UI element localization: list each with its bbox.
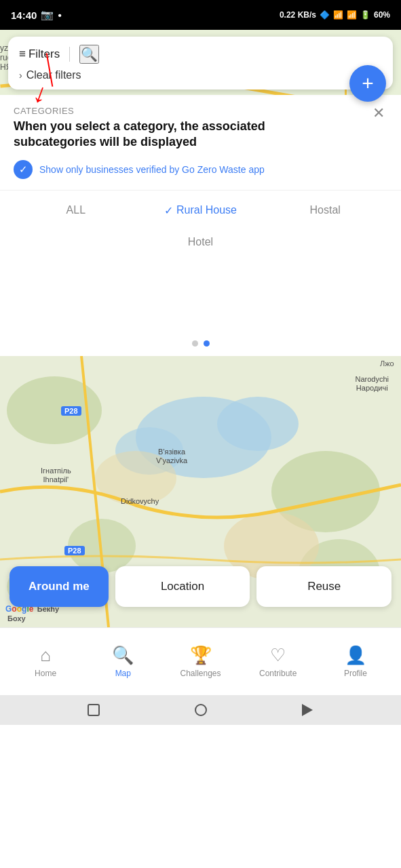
clear-filters-label: Clear filters [26, 69, 81, 81]
battery-icon: 🔋 [360, 10, 370, 20]
android-back-button[interactable] [294, 696, 321, 724]
category-hostal[interactable]: Hostal [263, 197, 387, 223]
reuse-button[interactable]: Reuse [256, 566, 392, 607]
svg-text:Лжо: Лжо [380, 359, 394, 368]
verified-text: Show only businesses verified by Go Zero… [39, 164, 265, 175]
category-hotel-label: Hotel [188, 236, 213, 248]
android-triangle-icon [302, 704, 313, 716]
google-logo: Google Бекhy Бохy [5, 604, 59, 623]
data-speed: 0.22 KB/s [280, 10, 316, 20]
map-bottom-buttons: Around me Location Reuse [0, 566, 401, 607]
status-time: 14:40 [11, 9, 37, 21]
map-area: Лжо NarodychiНародичі В'язівкаV'yazivka … [0, 356, 401, 627]
check-icon: ✓ [164, 204, 173, 217]
dot-1 [192, 340, 198, 347]
android-recents-button[interactable] [80, 696, 107, 724]
page-dots [0, 334, 401, 356]
category-rural-house-label: Rural House [176, 204, 237, 216]
android-nav-bar [0, 695, 401, 725]
status-bar-left: 14:40 📷 • [11, 9, 62, 21]
category-row-1: ALL ✓ Rural House Hostal [0, 190, 401, 228]
road-badge-p28-top: P28 [61, 406, 81, 416]
challenges-icon: 🏆 [190, 645, 212, 666]
bottom-nav: ⌂ Home 🔍 Map 🏆 Challenges ♡ Contribute 👤… [0, 627, 401, 695]
nav-item-challenges[interactable]: 🏆 Challenges [161, 639, 239, 684]
categories-label: CATEGORIES [14, 106, 339, 116]
filter-bar-top: ≡ Filters 🔍 [19, 45, 382, 64]
category-row-2: Hotel [0, 228, 401, 266]
signal-icon: 📶 [333, 10, 343, 20]
category-hostal-label: Hostal [310, 204, 341, 216]
close-button[interactable]: ✕ [370, 104, 387, 122]
category-rural-house[interactable]: ✓ Rural House [138, 197, 263, 224]
home-label: Home [35, 669, 56, 678]
verified-row[interactable]: ✓ Show only businesses verified by Go Ze… [0, 153, 401, 190]
contribute-label: Contribute [259, 669, 297, 678]
android-square-icon [88, 704, 100, 716]
panel-title: When you select a category, the associat… [14, 119, 339, 151]
nav-item-map[interactable]: 🔍 Map [84, 639, 161, 684]
status-bar-right: 0.22 KB/s 🔷 📶 📶 🔋 60% [280, 10, 390, 20]
around-me-button[interactable]: Around me [9, 566, 109, 607]
panel-header: CATEGORIES When you select a category, t… [0, 95, 401, 153]
filter-icon-group[interactable]: ≡ Filters [19, 47, 60, 61]
category-all[interactable]: ALL [14, 197, 138, 223]
filter-bar: ≡ Filters 🔍 › Clear filters [8, 37, 393, 90]
svg-point-2 [217, 397, 299, 451]
category-all-label: ALL [66, 204, 85, 216]
filter-divider [69, 47, 70, 62]
location-button[interactable]: Location [115, 566, 250, 607]
chevron-right-icon: › [19, 70, 22, 81]
map-label: Map [115, 669, 131, 678]
bluetooth-icon: 🔷 [320, 10, 330, 20]
home-icon: ⌂ [40, 645, 51, 666]
dot-2 [204, 340, 210, 347]
panel: CATEGORIES When you select a category, t… [0, 95, 401, 356]
android-home-button[interactable] [187, 696, 214, 724]
road-badge-p28-bottom: P28 [64, 546, 85, 555]
panel-spacer [0, 266, 401, 334]
contribute-icon: ♡ [270, 645, 286, 666]
clear-filters-row[interactable]: › Clear filters [19, 69, 382, 81]
profile-label: Profile [344, 669, 367, 678]
status-bar: 14:40 📷 • 0.22 KB/s 🔷 📶 📶 🔋 60% [0, 0, 401, 30]
hamburger-icon: ≡ [19, 47, 26, 61]
android-circle-icon [195, 704, 207, 716]
battery-percent: 60% [374, 10, 390, 20]
camera-icon: 📷 [41, 9, 54, 21]
map-search-icon: 🔍 [112, 645, 134, 666]
wifi-icon: 📶 [347, 10, 357, 20]
dot-indicator: • [58, 9, 61, 21]
verified-icon: ✓ [14, 160, 33, 179]
search-button[interactable]: 🔍 [79, 45, 99, 64]
filters-label: Filters [28, 47, 60, 61]
profile-icon: 👤 [345, 645, 366, 666]
category-hotel[interactable]: Hotel [14, 229, 387, 255]
nav-item-profile[interactable]: 👤 Profile [317, 639, 394, 684]
nav-item-home[interactable]: ⌂ Home [7, 639, 84, 684]
challenges-label: Challenges [180, 669, 221, 678]
nav-item-contribute[interactable]: ♡ Contribute [240, 639, 317, 684]
plus-button[interactable]: + [349, 65, 386, 102]
